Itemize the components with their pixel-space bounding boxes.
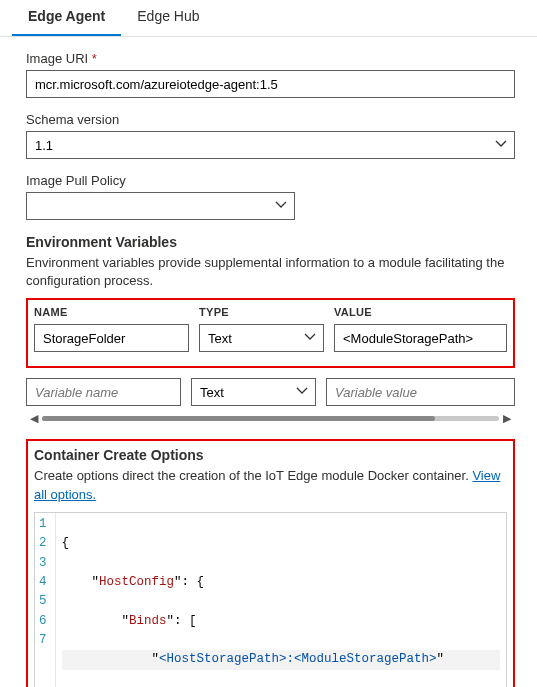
image-uri-label: Image URI * [26,51,515,66]
env-vars-heading: Environment Variables [26,234,515,250]
code-editor[interactable]: 1234567 { "HostConfig": { "Binds": [ "<H… [34,512,507,687]
schema-version-label: Schema version [26,112,515,127]
env-name-input[interactable] [34,324,189,352]
code-gutter: 1234567 [35,513,56,687]
tab-edge-agent[interactable]: Edge Agent [12,0,121,36]
env-header-name: NAME [34,306,189,318]
image-uri-input[interactable] [26,70,515,98]
env-row [34,324,507,352]
create-options-desc: Create options direct the creation of th… [34,467,507,503]
image-pull-policy-label: Image Pull Policy [26,173,515,188]
env-header-value: VALUE [334,306,507,318]
image-pull-policy-select[interactable] [26,192,295,220]
tab-edge-hub[interactable]: Edge Hub [121,0,215,36]
create-options-highlight: Container Create Options Create options … [26,439,515,687]
scroll-right-icon[interactable]: ▶ [499,412,515,425]
scroll-thumb[interactable] [42,416,435,421]
create-options-heading: Container Create Options [34,447,507,463]
env-value-input-blank[interactable] [326,378,515,406]
env-vars-desc: Environment variables provide supplement… [26,254,515,290]
env-name-input-blank[interactable] [26,378,181,406]
code-body[interactable]: { "HostConfig": { "Binds": [ "<HostStora… [56,513,506,687]
env-type-select[interactable] [199,324,324,352]
horizontal-scrollbar[interactable]: ◀ ▶ [26,412,515,425]
env-row-blank [26,378,515,406]
schema-version-select[interactable] [26,131,515,159]
env-value-input[interactable] [334,324,507,352]
tab-bar: Edge Agent Edge Hub [0,0,537,37]
scroll-left-icon[interactable]: ◀ [26,412,42,425]
env-vars-highlight: NAME TYPE VALUE [26,298,515,368]
env-header-type: TYPE [199,306,324,318]
env-type-select-blank[interactable] [191,378,316,406]
